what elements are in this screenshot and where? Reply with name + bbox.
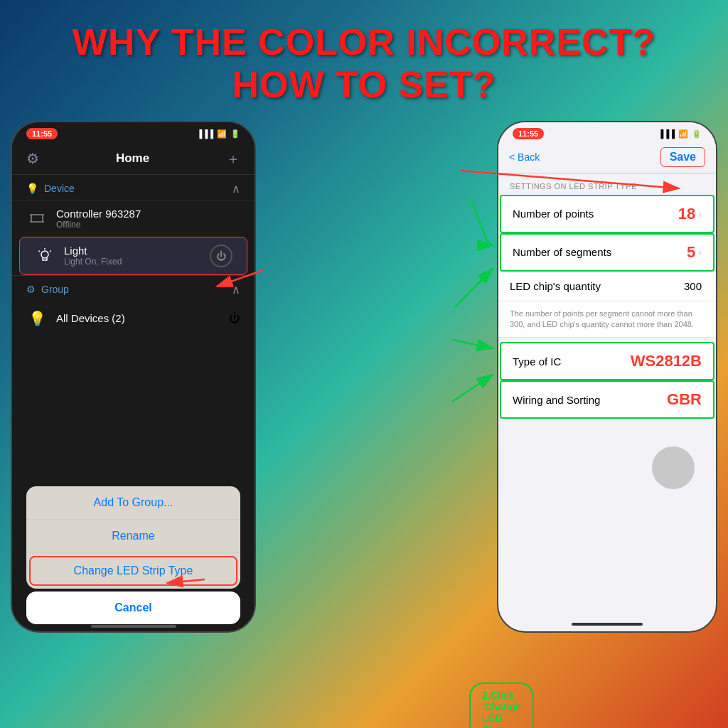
segments-label: Number of segments [513,246,687,258]
group-header: ⚙ Group ∧ [26,283,240,296]
main-content: 11:55 ▐▐▐ 📶 🔋 ⚙ Home ＋ 💡 Device ∧ [0,121,728,675]
bulb-icon: 💡 [26,183,38,194]
svg-point-4 [41,251,48,258]
gray-circle [652,446,695,489]
status-bar-left: 11:55 ▐▐▐ 📶 🔋 [12,122,255,144]
led-quantity-label: LED chip's quantity [510,280,684,292]
battery-icon-right: 🔋 [692,129,702,139]
all-devices-power[interactable]: ⏻ [229,312,240,325]
points-label: Number of points [513,208,678,220]
device-section-header: 💡 Device ∧ [12,175,255,200]
segments-chevron: › [698,247,702,258]
type-of-ic-row[interactable]: Type of IC WS2812B [500,342,714,380]
signal-icon: ▐▐▐ [197,129,213,138]
number-of-segments-row[interactable]: Number of segments 5 › [500,233,714,272]
settings-note: The number of points per segment cannot … [498,301,716,338]
controller-name: Controller 963287 [56,208,240,220]
right-phone: 11:55 ▐▐▐ 📶 🔋 < Back Save SETTINGS ON LE… [497,121,717,633]
points-value: 18 [678,205,695,223]
top-nav-right: < Back Save [498,144,716,173]
title-section: WHY THE COLOR INCORRECT? HOW TO SET? [0,0,728,121]
wifi-icon: 📶 [217,129,227,139]
controller-icon [26,208,48,229]
context-menu: Add To Group... Rename Change LED Strip … [26,486,240,589]
segments-value: 5 [687,243,695,262]
led-quantity-value: 300 [684,280,702,292]
group-collapse-icon[interactable]: ∧ [232,283,240,296]
wiring-value: GBR [667,390,702,409]
all-devices-icon: 💡 [26,308,48,329]
number-of-points-row[interactable]: Number of points 18 › [500,195,714,233]
gear-icon[interactable]: ⚙ [26,150,39,167]
cancel-button[interactable]: Cancel [26,592,240,624]
battery-icon: 🔋 [230,129,240,139]
add-to-group-button[interactable]: Add To Group... [26,486,240,520]
status-icons-left: ▐▐▐ 📶 🔋 [197,129,240,139]
settings-section-title: SETTINGS ON LED STRIP TYPE [498,173,716,195]
home-bar-left [91,625,176,628]
ic-label: Type of IC [513,355,631,368]
points-chevron: › [698,208,702,220]
svg-line-6 [39,250,41,252]
status-time-right: 11:55 [513,128,544,139]
add-icon[interactable]: ＋ [226,149,240,168]
nav-title-left: Home [116,151,149,166]
light-info: Light Light On, Fixed [64,245,210,267]
wifi-icon-right: 📶 [678,129,688,139]
all-devices-item[interactable]: 💡 All Devices (2) ⏻ [26,302,240,335]
wiring-sorting-row[interactable]: Wiring and Sorting GBR [500,380,714,419]
light-item[interactable]: Light Light On, Fixed ⏻ [19,237,247,275]
signal-icon-right: ▐▐▐ [658,129,675,138]
group-label: ⚙ Group [26,284,69,295]
wiring-label: Wiring and Sorting [513,394,667,406]
step2-annotation: 2.Click 'Change LED Strip Type' [469,682,534,728]
left-phone: 11:55 ▐▐▐ 📶 🔋 ⚙ Home ＋ 💡 Device ∧ [11,121,256,633]
change-led-button[interactable]: Change LED Strip Type [29,556,237,586]
rename-button[interactable]: Rename [26,520,240,553]
title-line2: HOW TO SET? [14,64,714,107]
device-section-label: 💡 Device [26,183,75,194]
light-device-icon [34,245,55,267]
home-bar-right [572,623,643,626]
controller-item: Controller 963287 Offline [12,200,255,237]
status-icons-right: ▐▐▐ 📶 🔋 [658,129,702,139]
light-status: Light On, Fixed [64,257,210,267]
save-button[interactable]: Save [660,147,705,167]
status-bar-right: 11:55 ▐▐▐ 📶 🔋 [498,122,716,144]
light-name: Light [64,245,210,257]
group-section: ⚙ Group ∧ 💡 All Devices (2) ⏻ [12,275,255,342]
group-icon-header: ⚙ [26,284,36,295]
svg-line-7 [50,250,51,252]
light-power-button[interactable]: ⏻ [210,245,232,267]
step2-bubble: 2.Click 'Change LED Strip Type' [469,682,534,728]
controller-info: Controller 963287 Offline [56,208,240,230]
nav-bar-left: ⚙ Home ＋ [12,144,255,175]
back-button[interactable]: < Back [509,151,540,163]
controller-status: Offline [56,220,240,230]
ic-value: WS2812B [631,352,702,370]
led-quantity-row[interactable]: LED chip's quantity 300 [498,272,716,301]
status-time-left: 11:55 [26,128,58,139]
annotations-area: 7.Click 'Save' to save your setting 3.Nu… [263,121,490,675]
collapse-icon[interactable]: ∧ [232,182,240,196]
all-devices-name: All Devices (2) [56,312,229,324]
title-line1: WHY THE COLOR INCORRECT? [14,21,714,64]
